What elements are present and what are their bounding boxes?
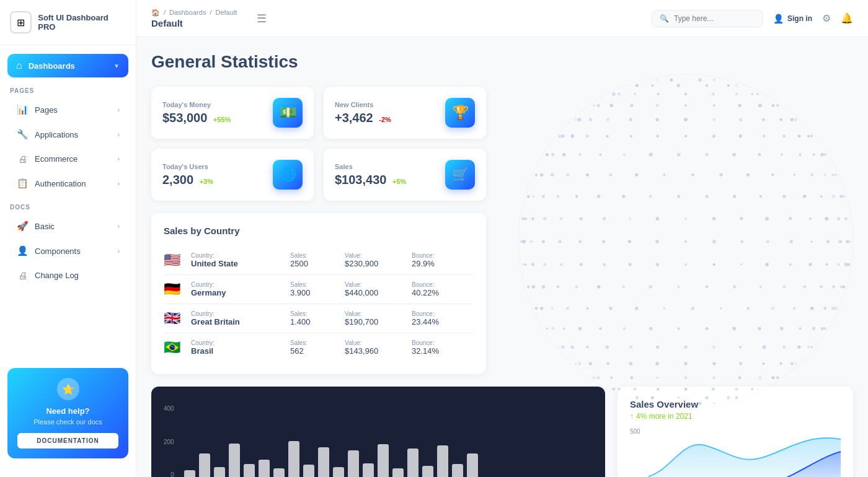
svg-point-375: [746, 173, 750, 177]
svg-point-402: [623, 154, 625, 155]
hamburger-menu-icon[interactable]: ☰: [257, 12, 267, 25]
country-value: Value: $143,960: [345, 339, 407, 356]
sign-in-button[interactable]: 👤 Sign in: [773, 14, 812, 24]
svg-point-464: [776, 104, 779, 107]
country-flag: 🇩🇪: [164, 281, 186, 297]
stat-sales-icon: 🛒: [445, 160, 475, 190]
svg-point-370: [609, 173, 613, 177]
search-box[interactable]: 🔍: [652, 10, 763, 27]
svg-point-66: [575, 362, 577, 364]
svg-point-334: [557, 195, 559, 198]
svg-point-97: [629, 346, 632, 349]
bar: [214, 467, 225, 477]
svg-point-272: [789, 240, 793, 243]
bar: [363, 463, 374, 477]
svg-point-343: [782, 195, 786, 198]
svg-point-170: [842, 286, 845, 289]
svg-point-412: [810, 135, 813, 138]
chevron-icon-applications: ›: [118, 131, 120, 138]
svg-point-428: [570, 134, 574, 138]
svg-point-168: [823, 307, 826, 310]
country-flag: 🇺🇸: [164, 252, 186, 268]
country-flag: 🇬🇧: [164, 310, 186, 326]
svg-point-224: [525, 263, 527, 266]
svg-point-132: [758, 327, 761, 331]
svg-point-477: [630, 104, 633, 107]
svg-point-135: [812, 327, 816, 331]
sidebar-item-ecommerce[interactable]: 🖨 Ecommerce ›: [7, 147, 128, 170]
svg-point-29: [657, 388, 659, 390]
svg-point-105: [807, 346, 810, 349]
svg-point-98: [656, 346, 659, 349]
svg-point-69: [606, 362, 609, 365]
sidebar-item-applications[interactable]: 🔧 Applications ›: [7, 123, 128, 146]
svg-point-196: [678, 286, 680, 288]
svg-point-78: [810, 346, 813, 349]
svg-point-458: [684, 118, 688, 121]
breadcrumb-dashboards[interactable]: Dashboards: [169, 9, 206, 16]
sidebar-item-pages[interactable]: 📊 Pages ›: [7, 98, 128, 121]
svg-point-345: [820, 195, 823, 198]
sidebar-item-authentication[interactable]: 📋 Authentication ›: [7, 172, 128, 195]
notifications-icon[interactable]: 🔔: [841, 12, 853, 24]
sidebar-item-basic[interactable]: 🚀 Basic ›: [7, 214, 128, 238]
search-input[interactable]: [674, 14, 755, 23]
svg-point-154: [535, 307, 538, 310]
svg-point-48: [656, 377, 658, 379]
basic-icon: 🚀: [16, 221, 29, 232]
svg-point-45: [597, 377, 600, 379]
svg-point-508: [677, 84, 681, 87]
svg-point-237: [808, 263, 812, 266]
bar: [318, 447, 329, 477]
svg-point-189: [532, 285, 536, 289]
pages-label: Pages: [35, 105, 112, 115]
svg-point-130: [706, 327, 708, 330]
settings-icon[interactable]: ⚙: [822, 12, 831, 24]
country-value: Value: $190,700: [345, 310, 407, 326]
svg-point-480: [712, 104, 715, 107]
svg-point-332: [532, 195, 534, 198]
documentation-button[interactable]: DOCUMENTATION: [17, 433, 118, 449]
svg-point-406: [733, 153, 735, 155]
svg-point-277: [848, 217, 850, 220]
svg-point-440: [794, 118, 797, 121]
ecommerce-label: Ecommerce: [35, 154, 112, 164]
svg-point-96: [606, 345, 609, 349]
sidebar-item-changelog[interactable]: 🖨 Change Log: [7, 264, 128, 287]
svg-point-169: [831, 307, 835, 310]
svg-point-226: [543, 263, 546, 266]
sidebar-item-components[interactable]: 👤 Components ›: [7, 239, 128, 263]
stat-money-value: $53,000 +55%: [162, 111, 231, 125]
y-label-0: 0: [164, 471, 174, 477]
auth-icon: 📋: [16, 178, 29, 189]
svg-point-426: [558, 134, 562, 138]
svg-point-310: [825, 217, 828, 220]
svg-point-510: [727, 84, 730, 87]
svg-point-484: [756, 93, 759, 95]
svg-point-481: [738, 104, 741, 107]
sidebar-item-dashboards[interactable]: ⌂ Dashboards ▼: [7, 54, 128, 77]
country-sales: Sales: 562: [290, 339, 340, 356]
svg-point-131: [733, 327, 736, 330]
user-icon: 👤: [773, 14, 784, 24]
country-info: Country: Great Britain: [191, 310, 285, 326]
svg-point-367: [551, 173, 554, 177]
svg-point-452: [574, 118, 578, 121]
svg-point-75: [763, 362, 765, 365]
svg-point-6: [698, 401, 701, 405]
pages-icon: 📊: [16, 104, 29, 115]
stat-money-label: Today's Money: [162, 101, 231, 108]
bar: [199, 453, 210, 477]
stat-users-icon: 🌐: [273, 160, 303, 190]
country-sales: Sales: 2500: [290, 252, 340, 268]
stat-users-label: Today's Users: [162, 163, 213, 170]
svg-point-494: [634, 93, 636, 95]
svg-point-134: [799, 327, 802, 330]
svg-point-435: [739, 134, 742, 138]
chevron-icon-ecommerce: ›: [118, 155, 120, 162]
svg-point-239: [838, 263, 839, 265]
svg-point-229: [603, 263, 606, 266]
svg-point-348: [835, 173, 838, 177]
svg-point-493: [618, 93, 621, 95]
sidebar-logo: ⊞ Soft UI Dashboard PRO: [0, 0, 136, 45]
